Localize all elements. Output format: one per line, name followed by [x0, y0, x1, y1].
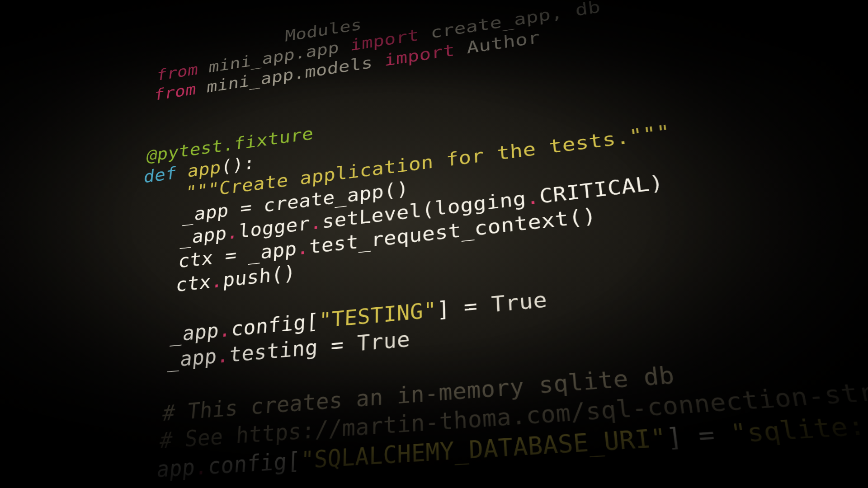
code-screenshot: Modules from mini_app.app import create_…: [0, 0, 868, 488]
code-block: Modules from mini_app.app import create_…: [105, 0, 868, 487]
